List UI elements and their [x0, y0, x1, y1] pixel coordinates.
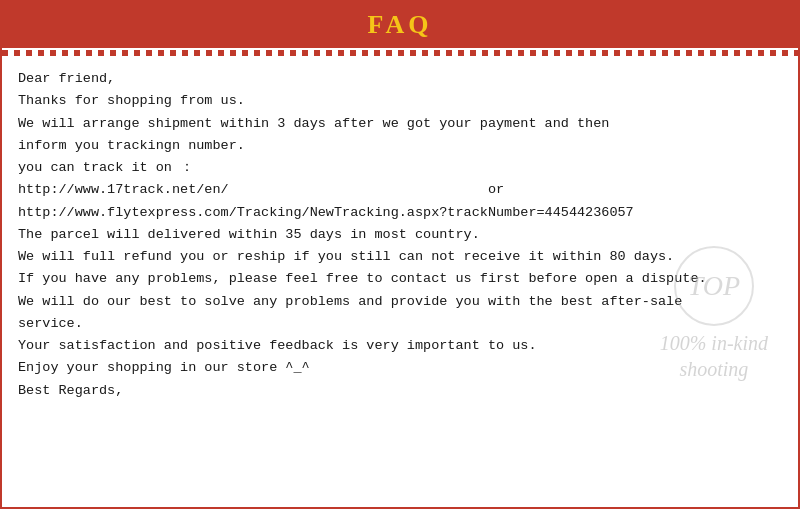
line-satisfaction: Your satisfaction and positive feedback …	[18, 335, 782, 357]
line-enjoy: Enjoy your shopping in our store ^_^	[18, 357, 782, 379]
line-shipment: We will arrange shipment within 3 days a…	[18, 113, 782, 135]
line-problems: If you have any problems, please feel fr…	[18, 268, 782, 290]
line-dear-friend: Dear friend,	[18, 68, 782, 90]
line-refund: We will full refund you or reship if you…	[18, 246, 782, 268]
line-thanks: Thanks for shopping from us.	[18, 90, 782, 112]
faq-title: FAQ	[368, 10, 433, 39]
faq-header: FAQ	[2, 2, 798, 48]
url1-or: or	[488, 182, 504, 197]
url1-text: http://www.17track.net/en/	[18, 182, 229, 197]
line-url2: http://www.flytexpress.com/Tracking/NewT…	[18, 202, 782, 224]
line-service: service.	[18, 313, 782, 335]
line-tracking-number: inform you trackingn number.	[18, 135, 782, 157]
line-parcel: The parcel will delivered within 35 days…	[18, 224, 782, 246]
faq-container: FAQ Dear friend, Thanks for shopping fro…	[0, 0, 800, 509]
line-regards: Best Regards,	[18, 380, 782, 402]
line-best-effort: We will do our best to solve any problem…	[18, 291, 782, 313]
faq-content: Dear friend, Thanks for shopping from us…	[2, 56, 798, 412]
line-track-on: you can track it on ：	[18, 157, 782, 179]
line-url1: http://www.17track.net/en/ or	[18, 179, 782, 201]
